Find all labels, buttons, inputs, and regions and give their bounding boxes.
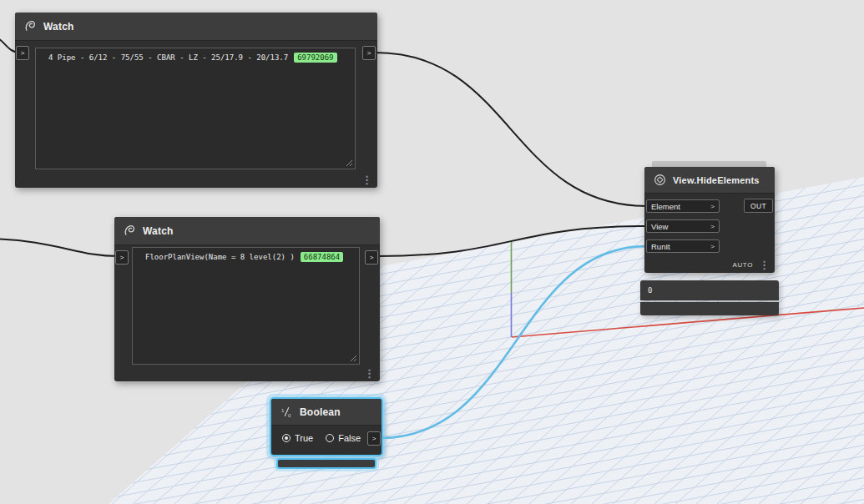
dynamo-logo-icon	[23, 20, 37, 33]
view-hide-elements-node[interactable]: View.HideElements Element > View > RunIt…	[644, 167, 775, 273]
port-chevron-icon: >	[120, 255, 124, 261]
node-context-menu-icon[interactable]: ⋮	[361, 174, 372, 185]
node-title: View.HideElements	[673, 175, 760, 185]
input-port-element[interactable]: Element >	[646, 199, 720, 213]
resize-grip-icon[interactable]	[346, 159, 353, 167]
boolean-node-header[interactable]: 10 Boolean	[271, 399, 381, 426]
boolean-true-radio[interactable]: True	[282, 433, 313, 443]
port-chevron-icon: >	[710, 243, 715, 250]
svg-text:1: 1	[280, 407, 284, 413]
watch-top-input-port[interactable]: >	[16, 46, 29, 60]
output-port-out[interactable]: OUT	[744, 199, 773, 213]
boolean-preview-bubble[interactable]	[278, 460, 375, 467]
boolean-false-radio[interactable]: False	[326, 433, 361, 443]
preview-bubble[interactable]: 0	[640, 280, 779, 315]
watch-value-text: FloorPlanView(Name = 8 level(2) )	[145, 253, 295, 261]
boolean-output-port[interactable]: >	[367, 431, 381, 446]
watch-node-top-header[interactable]: Watch	[15, 13, 377, 41]
port-chevron-icon: >	[710, 223, 715, 230]
watch-value-panel: 4 Pipe - 6/12 - 75/55 - CBAR - LZ - 25/1…	[35, 48, 356, 169]
node-context-menu-icon[interactable]: ⋮	[759, 260, 770, 270]
boolean-node[interactable]: 10 Boolean True False >	[271, 399, 381, 455]
node-title: Boolean	[300, 406, 341, 418]
dynamo-logo-icon	[123, 224, 136, 238]
watch-node-top[interactable]: Watch > > 4 Pipe - 6/12 - 75/55 - CBAR -…	[15, 13, 377, 188]
port-label: RunIt	[651, 242, 670, 251]
node-title: Watch	[143, 225, 174, 237]
watch-value-panel: FloorPlanView(Name = 8 level(2) ) 668748…	[132, 247, 360, 365]
lacing-mode-label: AUTO	[733, 261, 753, 269]
wire-into-watch-mid[interactable]	[0, 239, 119, 256]
dynamo-workspace-canvas[interactable]: Watch > > 4 Pipe - 6/12 - 75/55 - CBAR -…	[0, 0, 864, 504]
svg-text:0: 0	[287, 412, 291, 418]
port-label: Element	[651, 202, 680, 211]
port-chevron-icon: >	[710, 203, 715, 210]
port-chevron-icon: >	[21, 50, 25, 57]
watch-mid-output-port[interactable]: >	[365, 250, 378, 265]
watch-value-text: 4 Pipe - 6/12 - 75/55 - CBAR - LZ - 25/1…	[48, 53, 288, 62]
view-hide-elements-header[interactable]: View.HideElements	[644, 167, 775, 194]
node-title: Watch	[43, 21, 74, 33]
element-id-badge[interactable]: 69792069	[294, 53, 336, 63]
preview-bubble-footer[interactable]	[640, 302, 779, 315]
radio-false-label: False	[338, 433, 361, 443]
input-port-runit[interactable]: RunIt >	[646, 239, 720, 253]
node-context-menu-icon[interactable]: ⋮	[364, 368, 375, 379]
watch-node-mid-header[interactable]: Watch	[114, 217, 380, 245]
watch-node-mid[interactable]: Watch > > FloorPlanView(Name = 8 level(2…	[114, 217, 380, 381]
resize-grip-icon[interactable]	[350, 355, 357, 362]
radio-unselected-icon	[326, 434, 334, 442]
radio-selected-icon	[282, 434, 291, 442]
port-chevron-icon: >	[367, 50, 371, 57]
preview-value: 0	[648, 286, 652, 295]
port-label: OUT	[750, 202, 766, 210]
port-label: View	[651, 222, 668, 231]
preview-bubble-value-row[interactable]: 0	[640, 280, 779, 300]
radio-true-label: True	[295, 433, 313, 443]
element-id-badge[interactable]: 66874864	[301, 252, 343, 262]
boolean-node-icon: 10	[280, 406, 293, 419]
watch-top-output-port[interactable]: >	[362, 46, 376, 60]
package-node-icon	[653, 174, 666, 187]
port-chevron-icon: >	[372, 436, 376, 442]
watch-mid-input-port[interactable]: >	[115, 250, 129, 265]
port-chevron-icon: >	[370, 255, 374, 261]
wire-watchtop-to-element[interactable]	[376, 53, 647, 206]
input-port-view[interactable]: View >	[646, 219, 720, 233]
boolean-options: True False	[282, 433, 361, 443]
